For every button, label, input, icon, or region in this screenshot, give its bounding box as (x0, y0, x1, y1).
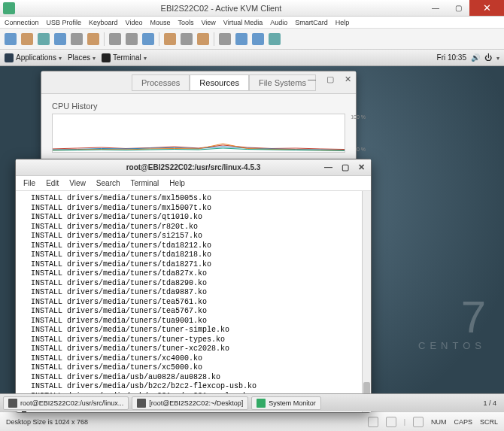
terminal-scrollbar[interactable] (362, 191, 371, 412)
toolbar-icon[interactable] (197, 33, 209, 45)
menu-connection[interactable]: Connection (5, 19, 39, 26)
terminal-maximize-button[interactable]: ▢ (342, 162, 349, 172)
toolbar-icon[interactable] (269, 33, 281, 45)
toolbar-icon[interactable] (235, 33, 247, 45)
toolbar-icon[interactable] (21, 33, 33, 45)
maximize-button[interactable]: ▢ (447, 0, 469, 16)
sysmon-close-button[interactable]: ✕ (345, 74, 351, 84)
gnome-top-panel: Applications Places Terminal Fri 10:35 🔊… (0, 50, 504, 66)
task-item-terminal-1[interactable]: root@EBI2S22C02:/usr/src/linux... (3, 396, 129, 410)
toolbar-icon[interactable] (87, 33, 99, 45)
term-menu-file[interactable]: File (23, 179, 35, 187)
toolbar-icon[interactable] (5, 33, 17, 45)
menu-mouse[interactable]: Mouse (150, 19, 170, 26)
menu-virtual-media[interactable]: Virtual Media (223, 19, 263, 26)
gnome-taskbar: root@EBI2S22C02:/usr/src/linux... [root@… (0, 393, 504, 411)
workspace-indicator[interactable]: 1 / 4 (478, 399, 501, 407)
remote-desktop: Applications Places Terminal Fri 10:35 🔊… (0, 50, 504, 411)
menu-video[interactable]: Video (126, 19, 143, 26)
menu-usb-profile[interactable]: USB Profile (47, 19, 82, 26)
volume-icon[interactable]: 🔊 (471, 53, 480, 62)
kvm-toolbar (0, 29, 504, 50)
status-icon[interactable] (386, 417, 396, 427)
applications-menu[interactable]: Applications (5, 53, 62, 62)
terminal-close-button[interactable]: ✕ (358, 162, 365, 172)
minimize-button[interactable]: — (424, 0, 447, 16)
chevron-down-icon[interactable] (496, 53, 499, 62)
term-menu-view[interactable]: View (69, 179, 86, 187)
centos-watermark: 7 CENTOS (418, 295, 486, 351)
tab-resources[interactable]: Resources (190, 74, 249, 91)
status-caps: CAPS (454, 418, 472, 426)
menu-audio[interactable]: Audio (270, 19, 287, 26)
app-icon (3, 2, 15, 14)
places-menu[interactable]: Places (68, 53, 96, 62)
terminal-minimize-button[interactable]: — (324, 162, 332, 172)
kvm-statusbar: Desktop Size is 1024 x 768 | NUM CAPS SC… (0, 411, 504, 431)
cpu-chart: 100 % 0 % (52, 114, 345, 153)
toolbar-icon[interactable] (38, 33, 50, 45)
menu-keyboard[interactable]: Keyboard (89, 19, 118, 26)
window-title: EBI2S22C02 - Active KVM Client (18, 4, 424, 13)
cpu-history-label: CPU History (52, 102, 345, 111)
toolbar-icon[interactable] (181, 33, 193, 45)
toolbar-icon[interactable] (164, 33, 176, 45)
terminal-icon (137, 399, 146, 408)
terminal-menubar: File Edit View Search Terminal Help (16, 176, 371, 191)
terminal-icon (102, 53, 111, 62)
arrow-icon[interactable] (219, 33, 231, 45)
terminal-titlebar[interactable]: root@EBI2S22C02:/usr/src/linux-4.5.3 — ▢… (16, 159, 371, 176)
toolbar-icon[interactable] (71, 33, 83, 45)
term-menu-search[interactable]: Search (96, 179, 120, 187)
sysmon-maximize-button[interactable]: ▢ (326, 74, 334, 84)
toolbar-icon[interactable] (126, 33, 138, 45)
toolbar-icon[interactable] (252, 33, 264, 45)
toolbar-icon[interactable] (109, 33, 121, 45)
separator (104, 32, 105, 46)
terminal-window: root@EBI2S22C02:/usr/src/linux-4.5.3 — ▢… (15, 159, 372, 413)
term-menu-help[interactable]: Help (169, 179, 185, 187)
status-icon[interactable] (368, 417, 378, 427)
grid-icon (5, 53, 14, 62)
menu-help[interactable]: Help (335, 19, 350, 26)
terminal-icon (8, 399, 17, 408)
term-menu-edit[interactable]: Edit (46, 179, 59, 187)
term-menu-terminal[interactable]: Terminal (131, 179, 159, 187)
status-icon[interactable] (413, 417, 424, 427)
separator (214, 32, 214, 46)
sysmon-minimize-button[interactable]: — (308, 74, 316, 84)
terminal-launcher[interactable]: Terminal (102, 53, 147, 62)
power-icon[interactable]: ⏻ (484, 53, 492, 62)
kvm-menubar: Connection USB Profile Keyboard Video Mo… (0, 17, 504, 29)
terminal-title-text: root@EBI2S22C02:/usr/src/linux-4.5.3 (126, 163, 261, 171)
menu-smartcard[interactable]: SmartCard (295, 19, 328, 26)
status-scrl: SCRL (480, 418, 498, 426)
menu-view[interactable]: View (202, 19, 216, 26)
kvm-window-titlebar: EBI2S22C02 - Active KVM Client — ▢ ✕ (0, 0, 504, 17)
task-item-terminal-2[interactable]: [root@EBI2S22C02:~/Desktop] (132, 396, 248, 410)
toolbar-icon[interactable] (142, 33, 154, 45)
terminal-output[interactable]: INSTALL drivers/media/tuners/mxl5005s.ko… (16, 191, 371, 412)
toolbar-icon[interactable] (54, 33, 66, 45)
monitor-icon (257, 399, 266, 408)
tab-processes[interactable]: Processes (132, 74, 190, 91)
separator (159, 32, 159, 46)
status-desktop-size: Desktop Size is 1024 x 768 (6, 418, 88, 426)
status-num: NUM (431, 418, 447, 426)
clock[interactable]: Fri 10:35 (437, 53, 466, 62)
tab-file-systems[interactable]: File Systems (249, 74, 316, 91)
menu-tools[interactable]: Tools (178, 19, 193, 26)
close-button[interactable]: ✕ (469, 0, 504, 16)
task-item-sysmon[interactable]: System Monitor (251, 396, 321, 410)
